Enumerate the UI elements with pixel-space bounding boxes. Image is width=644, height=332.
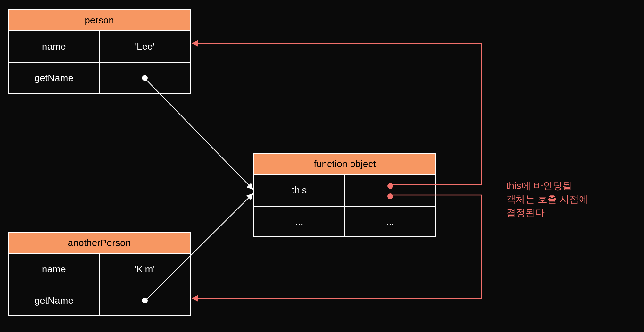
annotation-text: this에 바인딩될 객체는 호출 시점에 결정된다 xyxy=(506,179,589,219)
reference-dot-icon xyxy=(142,298,148,303)
prop-key: name xyxy=(9,31,99,62)
prop-value: ... xyxy=(344,207,435,236)
table-row: getName xyxy=(9,285,190,315)
another-person-header: anotherPerson xyxy=(9,233,190,254)
prop-value xyxy=(99,63,190,93)
prop-value xyxy=(99,285,190,315)
prop-key: ... xyxy=(254,207,344,236)
annotation-line-3: 결정된다 xyxy=(506,206,589,219)
table-row: name 'Kim' xyxy=(9,254,190,285)
reference-dot-icon xyxy=(142,75,148,81)
person-header: person xyxy=(9,10,190,31)
function-object-table: function object this ... ... xyxy=(253,153,436,237)
table-row: name 'Lee' xyxy=(9,31,190,62)
annotation-line-1: this에 바인딩될 xyxy=(506,179,589,192)
prop-key: this xyxy=(254,175,344,206)
arrow-person-to-function xyxy=(145,79,253,189)
prop-key: name xyxy=(9,254,99,285)
table-row: this xyxy=(254,175,435,206)
table-row: ... ... xyxy=(254,206,435,236)
annotation-line-2: 객체는 호출 시점에 xyxy=(506,192,589,206)
function-object-header: function object xyxy=(254,154,435,175)
prop-value: 'Kim' xyxy=(99,254,190,285)
this-binding-dot-2-icon xyxy=(387,193,393,199)
prop-key: getName xyxy=(9,285,99,315)
prop-value xyxy=(344,175,435,206)
prop-key: getName xyxy=(9,63,99,93)
prop-value: 'Lee' xyxy=(99,31,190,62)
person-object-table: person name 'Lee' getName xyxy=(8,9,191,94)
this-binding-dot-1-icon xyxy=(387,183,393,189)
another-person-object-table: anotherPerson name 'Kim' getName xyxy=(8,232,191,316)
table-row: getName xyxy=(9,62,190,93)
